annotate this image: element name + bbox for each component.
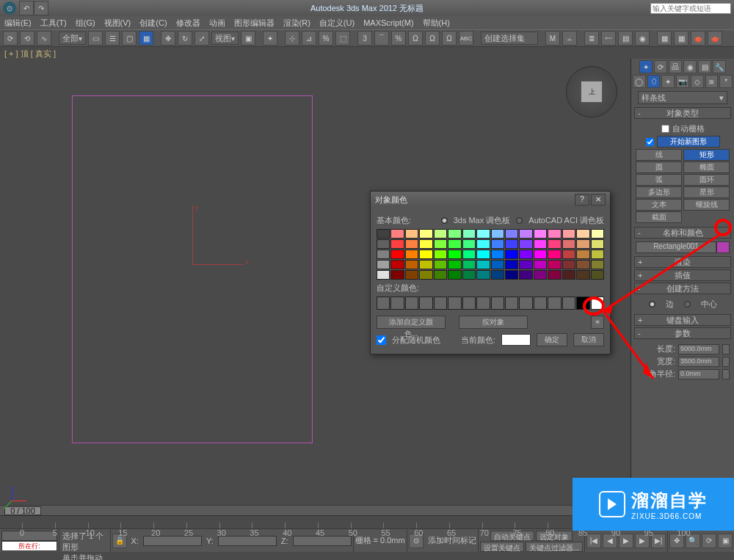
select-name-icon[interactable]: ☰ <box>105 31 120 46</box>
palette-swatch[interactable] <box>491 250 504 259</box>
sel-lock-icon[interactable]: 3 <box>357 31 372 46</box>
rollout-name-color[interactable]: -名称和颜色 <box>634 227 731 239</box>
systems-cat-icon[interactable]: * <box>719 75 733 88</box>
palette-swatch[interactable] <box>591 229 604 239</box>
select-icon[interactable]: ▭ <box>88 31 103 46</box>
autogrid-checkbox[interactable] <box>661 125 669 133</box>
help-search-input[interactable] <box>650 3 731 14</box>
keyfilter-button[interactable]: 关键点过滤器... <box>526 542 583 552</box>
rollout-keyboard[interactable]: +键盘输入 <box>634 314 731 326</box>
palette-swatch[interactable] <box>434 250 447 259</box>
redo-icon[interactable]: ↷ <box>34 1 48 15</box>
nav-orbit-icon[interactable]: ⟳ <box>702 534 716 548</box>
app-logo[interactable]: ⊙ <box>3 1 16 15</box>
palette-swatch[interactable] <box>505 229 518 239</box>
helix-button[interactable]: 螺旋线 <box>683 199 730 211</box>
palette-swatch[interactable] <box>476 229 490 239</box>
palette-swatch[interactable] <box>434 229 447 239</box>
palette-swatch[interactable] <box>476 250 490 259</box>
palette-swatch[interactable] <box>562 239 575 249</box>
palette-swatch[interactable] <box>505 239 518 249</box>
palette-swatch[interactable] <box>491 229 504 239</box>
custom-swatch[interactable] <box>534 297 547 310</box>
menu-animation[interactable]: 动画 <box>209 18 225 29</box>
palette-swatch[interactable] <box>390 239 404 249</box>
section-button[interactable]: 截面 <box>636 211 682 223</box>
menu-rendering[interactable]: 渲染(R) <box>283 18 310 29</box>
create-tab-icon[interactable]: ✦ <box>639 60 653 73</box>
curve-icon[interactable]: ⬳ <box>601 31 616 46</box>
custom-swatch[interactable] <box>505 297 518 310</box>
palette-swatch[interactable] <box>548 239 561 249</box>
text-button[interactable]: 文本 <box>636 199 682 211</box>
assign-random-checkbox[interactable] <box>377 335 386 345</box>
script-mini-listener[interactable] <box>1 531 57 541</box>
palette-swatch[interactable] <box>419 260 432 269</box>
link-icon[interactable]: ⟳ <box>3 31 18 46</box>
custom-swatch[interactable] <box>519 297 532 310</box>
palette-swatch[interactable] <box>390 270 404 280</box>
menu-views[interactable]: 视图(V) <box>104 18 131 29</box>
3dsmax-palette-radio[interactable] <box>441 217 448 224</box>
rotate-icon[interactable]: ↻ <box>178 31 192 46</box>
palette-swatch[interactable] <box>505 270 518 280</box>
width-input[interactable]: 3500.0mm <box>678 357 719 367</box>
palette-swatch[interactable] <box>534 229 547 239</box>
render-setup-icon[interactable]: ▦ <box>657 31 672 46</box>
current-color-swatch[interactable] <box>501 334 531 346</box>
menu-help[interactable]: 帮助(H) <box>423 18 450 29</box>
y-coord-input[interactable] <box>218 536 277 546</box>
palette-swatch[interactable] <box>591 250 604 259</box>
custom-swatch[interactable] <box>434 297 447 310</box>
corner-spinner[interactable] <box>722 369 730 379</box>
pivot-icon[interactable]: ▣ <box>241 31 255 46</box>
viewport-label[interactable]: [ + ] 顶 [ 真实 ] <box>0 47 734 59</box>
palette-swatch[interactable] <box>462 260 476 269</box>
rectangle-object[interactable] <box>72 95 313 443</box>
palette-swatch[interactable] <box>534 239 547 249</box>
percent-snap-icon[interactable]: % <box>319 31 333 46</box>
hierarchy-tab-icon[interactable]: 品 <box>669 60 682 73</box>
palette-swatch[interactable] <box>562 260 575 269</box>
palette-swatch[interactable] <box>505 260 518 269</box>
arc-button[interactable]: 弧 <box>636 174 682 186</box>
cameras-cat-icon[interactable]: 📷 <box>676 75 689 88</box>
spacewarps-cat-icon[interactable]: ≋ <box>705 75 719 88</box>
palette-swatch[interactable] <box>448 270 461 280</box>
palette-swatch[interactable] <box>576 239 589 249</box>
palette-swatch[interactable] <box>419 239 432 249</box>
custom-swatch[interactable] <box>476 297 490 310</box>
object-color-swatch[interactable] <box>716 241 730 253</box>
goto-start-icon[interactable]: |◀ <box>586 534 601 548</box>
menu-group[interactable]: 组(G) <box>76 18 95 29</box>
schematic-icon[interactable]: ▤ <box>618 31 633 46</box>
palette-swatch[interactable] <box>548 260 561 269</box>
menu-maxscript[interactable]: MAXScript(M) <box>363 18 413 27</box>
goto-end-icon[interactable]: ▶| <box>651 534 666 548</box>
snap2-icon[interactable]: ⌒ <box>374 31 389 46</box>
ref-coord[interactable]: 视图 ▾ <box>211 32 239 45</box>
length-input[interactable]: 5000.0mm <box>678 344 719 354</box>
by-object-button[interactable]: 按对象 <box>459 316 528 329</box>
palette-swatch[interactable] <box>419 270 432 280</box>
menu-edit[interactable]: 编辑(E) <box>4 18 32 29</box>
palette-swatch[interactable] <box>462 239 476 249</box>
matl-icon[interactable]: ◉ <box>635 31 650 46</box>
custom-swatch[interactable] <box>405 297 418 310</box>
palette-swatch[interactable] <box>419 250 432 259</box>
custom-swatch[interactable] <box>562 297 575 310</box>
time-slider[interactable]: 0 / 100 <box>4 506 41 515</box>
startnew-checkbox[interactable] <box>646 138 654 146</box>
palette-swatch[interactable] <box>434 270 447 280</box>
palette-swatch[interactable] <box>476 239 490 249</box>
edge-radio[interactable] <box>649 301 655 308</box>
menu-customize[interactable]: 自定义(U) <box>319 18 355 29</box>
shapes-cat-icon[interactable]: ⬯ <box>647 75 661 88</box>
palette-swatch[interactable] <box>405 229 418 239</box>
custom-swatch[interactable] <box>390 297 404 310</box>
snap6-icon[interactable]: Ω <box>442 31 457 46</box>
helpers-cat-icon[interactable]: ◇ <box>691 75 704 88</box>
width-spinner[interactable] <box>722 357 730 367</box>
rollout-render[interactable]: +渲染 <box>634 256 731 268</box>
palette-swatch[interactable] <box>591 270 604 280</box>
